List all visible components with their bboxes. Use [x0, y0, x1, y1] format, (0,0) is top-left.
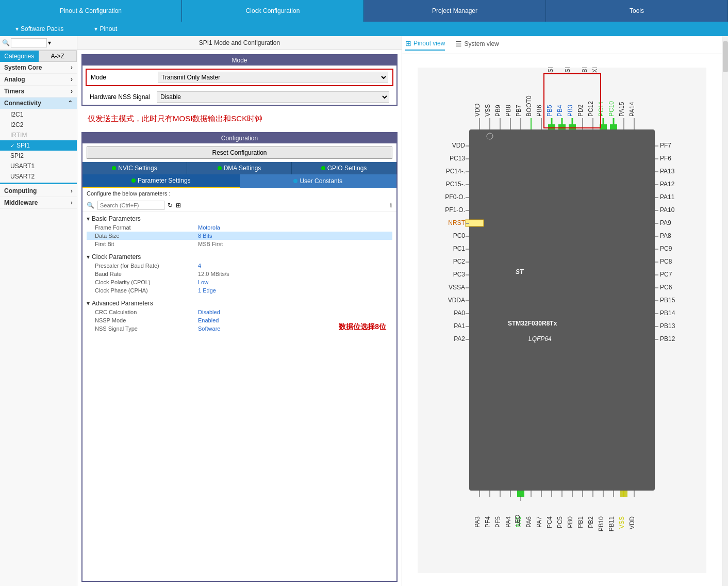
param-row-baud-rate: Baud Rate 12.0 MBits/s: [87, 270, 392, 278]
sidebar-section-timers[interactable]: Timers ›: [0, 86, 77, 97]
svg-text:PB4: PB4: [556, 104, 564, 116]
sidebar-search-input[interactable]: [11, 38, 47, 47]
chevron-icon6: ›: [71, 199, 73, 206]
svg-text:PB3: PB3: [567, 104, 574, 116]
param-row-data-size[interactable]: Data Size 8 Bits: [87, 232, 392, 240]
svg-text:PC7: PC7: [660, 271, 672, 278]
svg-text:PF1-O.: PF1-O.: [445, 206, 465, 214]
tab-az[interactable]: A->Z: [39, 51, 77, 62]
svg-text:PB5: PB5: [546, 104, 553, 116]
tab-categories[interactable]: Categories: [0, 51, 39, 62]
basic-params-title: ▾ Basic Parameters: [87, 214, 392, 223]
sidebar-item-spi2[interactable]: SPI2: [0, 151, 77, 161]
svg-text:STM32F030R8Tx: STM32F030R8Tx: [508, 320, 557, 327]
param-row-cpol: Clock Polarity (CPOL) Low: [87, 278, 392, 286]
grid-icon: ⊞: [405, 39, 411, 47]
svg-text:PA15: PA15: [618, 102, 625, 117]
svg-text:SPI1_MOSI: SPI1_MOSI: [547, 68, 554, 73]
center-header: SPI1 Mode and Configuration: [77, 36, 402, 50]
nav-pinout[interactable]: Pinout & Configuration: [0, 0, 182, 22]
arrow-icon: ▾: [15, 25, 19, 32]
pinout-nav[interactable]: ▾ Pinout: [79, 25, 133, 32]
svg-text:PB12: PB12: [660, 335, 675, 343]
svg-text:PC12: PC12: [587, 101, 594, 116]
sidebar-item-i2c1[interactable]: I2C1: [0, 109, 77, 120]
sidebar-search-area: 🔍 ▾: [0, 36, 77, 50]
svg-text:PA7: PA7: [536, 516, 543, 527]
config-tabs-row1: NVIC Settings DMA Settings GPIO Settings: [82, 162, 396, 174]
svg-text:ST: ST: [516, 268, 524, 275]
tab-nvic[interactable]: NVIC Settings: [82, 162, 187, 174]
collapse-icon3[interactable]: ▾: [87, 300, 90, 307]
chinese-note2: 数据位选择8位: [339, 322, 386, 332]
svg-text:PB7: PB7: [515, 104, 522, 116]
dot-icon2: [218, 166, 222, 170]
sidebar-item-irtim[interactable]: IRTIM: [0, 130, 77, 140]
chevron-icon4: ⌃: [68, 100, 73, 107]
collapse-icon[interactable]: ▾: [87, 215, 90, 222]
svg-text:PF7: PF7: [660, 142, 671, 149]
nss-select[interactable]: Disable: [157, 91, 389, 103]
svg-text:PC14-.: PC14-.: [446, 168, 465, 175]
info-icon: ℹ: [390, 202, 392, 209]
svg-text:LQFP64: LQFP64: [528, 335, 552, 343]
sidebar-item-i2c2[interactable]: I2C2: [0, 120, 77, 130]
dot-icon5: [293, 179, 297, 183]
svg-text:XLAT: XLAT: [591, 68, 599, 73]
center-panel: SPI1 Mode and Configuration Mode Mode Tr…: [77, 36, 402, 586]
svg-text:SPI1_SCK: SPI1_SCK: [564, 68, 571, 73]
svg-text:PA8: PA8: [660, 232, 671, 239]
tab-gpio[interactable]: GPIO Settings: [292, 162, 396, 174]
svg-text:PC6: PC6: [660, 284, 672, 291]
svg-text:PA3: PA3: [474, 516, 481, 527]
svg-text:PB11: PB11: [608, 516, 615, 531]
tab-system-view[interactable]: ☰ System view: [455, 40, 499, 50]
scrollbar-thumb[interactable]: [723, 41, 728, 72]
param-row-cpha: Clock Phase (CPHA) 1 Edge: [87, 286, 392, 295]
tab-user-constants[interactable]: User Constants: [240, 174, 397, 188]
refresh-icon[interactable]: ↻: [168, 202, 173, 209]
tab-pinout-view[interactable]: ⊞ Pinout view: [405, 39, 445, 51]
svg-text:PC10: PC10: [608, 101, 615, 116]
svg-text:PA6: PA6: [525, 516, 533, 527]
config-tabs-row2: Parameter Settings User Constants: [82, 174, 396, 188]
svg-text:VSS: VSS: [484, 104, 491, 116]
advanced-params-group: ▾ Advanced Parameters CRC Calculation Di…: [82, 297, 396, 335]
collapse-icon2[interactable]: ▾: [87, 253, 90, 261]
config-title: Configuration: [82, 133, 396, 143]
svg-text:LED: LED: [514, 514, 521, 527]
sidebar-section-analog[interactable]: Analog ›: [0, 74, 77, 86]
sidebar-section-computing[interactable]: Computing ›: [0, 185, 77, 197]
mode-row: Mode Transmit Only Master: [86, 69, 393, 86]
svg-text:VDD: VDD: [628, 516, 636, 529]
sidebar-item-usart2[interactable]: USART2: [0, 171, 77, 182]
sidebar-section-connectivity[interactable]: Connectivity ⌃: [0, 97, 77, 109]
tab-dma[interactable]: DMA Settings: [187, 162, 292, 174]
config-search-input[interactable]: [97, 201, 164, 210]
nav-project[interactable]: Project Manager: [364, 0, 546, 22]
svg-text:BLANK: BLANK: [581, 68, 588, 73]
nav-clock[interactable]: Clock Configuration: [182, 0, 364, 22]
expand-icon[interactable]: ⊞: [176, 202, 181, 209]
svg-text:PA10: PA10: [660, 206, 675, 214]
svg-text:VSSA: VSSA: [449, 284, 465, 291]
sidebar-section-systemcore[interactable]: System Core ›: [0, 62, 77, 74]
svg-text:PB10: PB10: [598, 516, 605, 531]
tab-parameter-settings[interactable]: Parameter Settings: [82, 174, 240, 188]
mode-select[interactable]: Transmit Only Master: [158, 72, 388, 83]
svg-text:PA2: PA2: [454, 335, 465, 343]
sidebar-item-usart1[interactable]: USART1: [0, 161, 77, 171]
svg-text:PF5: PF5: [494, 516, 502, 527]
right-scrollbar[interactable]: [722, 36, 728, 586]
svg-text:PC9: PC9: [660, 245, 672, 252]
sidebar-section-middleware[interactable]: Middleware ›: [0, 197, 77, 209]
dot-icon3: [321, 166, 325, 170]
svg-text:VDDA: VDDA: [448, 297, 465, 304]
sidebar: 🔍 ▾ Categories A->Z System Core › Analog…: [0, 36, 77, 586]
table-icon: ☰: [455, 40, 462, 48]
software-packs-nav[interactable]: ▾ Software Packs: [0, 25, 79, 32]
svg-text:PA1: PA1: [454, 322, 465, 330]
sidebar-item-spi1[interactable]: ✓ SPI1: [0, 140, 77, 151]
reset-config-button[interactable]: Reset Configuration: [87, 146, 392, 159]
nav-tools[interactable]: Tools: [546, 0, 728, 22]
